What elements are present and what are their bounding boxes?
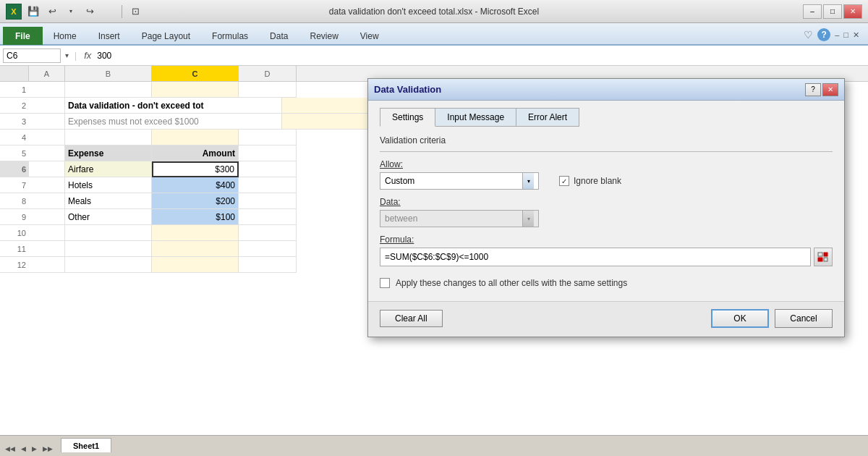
redo-dropdown-icon[interactable] <box>101 4 116 19</box>
dialog-close-button[interactable]: ✕ <box>822 83 838 96</box>
sheet-tab-sheet1[interactable]: Sheet1 <box>61 438 111 452</box>
cell-b5[interactable]: Expense <box>65 145 152 161</box>
cell-d7[interactable] <box>239 177 297 193</box>
nav-first-sheet[interactable]: ◀◀ <box>3 445 17 452</box>
cell-reference-box[interactable]: C6 <box>3 48 61 63</box>
cell-a7[interactable] <box>29 177 65 193</box>
dialog-help-button[interactable]: ? <box>805 83 821 96</box>
cell-a3[interactable] <box>29 114 65 130</box>
save-icon[interactable]: 💾 <box>26 4 41 19</box>
formula-field[interactable]: =SUM($C$6:$C$9)<=1000 <box>380 248 811 266</box>
redo-icon[interactable]: ↪ <box>82 4 97 19</box>
cell-c7[interactable]: $400 <box>152 177 239 193</box>
formula-input[interactable] <box>97 51 865 61</box>
undo-dropdown-icon[interactable]: ▾ <box>64 4 78 19</box>
undo-icon[interactable]: ↩ <box>45 4 59 19</box>
help-icon[interactable]: ? <box>817 28 830 41</box>
cell-c9[interactable]: $100 <box>152 209 239 225</box>
tab-formulas[interactable]: Formulas <box>201 27 259 45</box>
cell-b12[interactable] <box>65 257 152 273</box>
cell-d6[interactable] <box>239 161 297 177</box>
col-header-c[interactable]: C <box>152 66 239 81</box>
col-header-d[interactable]: D <box>239 66 297 81</box>
cell-c5[interactable]: Amount <box>152 145 239 161</box>
restore-button[interactable]: □ <box>823 4 842 19</box>
tab-data[interactable]: Data <box>259 27 299 45</box>
col-header-b[interactable]: B <box>65 66 152 81</box>
cell-c11[interactable] <box>152 241 239 257</box>
close-ribbon-icon[interactable]: ✕ <box>853 30 859 40</box>
cell-c3[interactable] <box>282 114 369 130</box>
nav-next-sheet[interactable]: ▶ <box>30 445 39 452</box>
close-button[interactable]: ✕ <box>843 4 862 19</box>
cell-a10[interactable] <box>29 225 65 241</box>
cell-a9[interactable] <box>29 209 65 225</box>
cell-a6[interactable] <box>29 161 65 177</box>
restore-ribbon-icon[interactable]: □ <box>843 30 848 39</box>
cell-c12[interactable] <box>152 257 239 273</box>
tab-insert[interactable]: Insert <box>88 27 131 45</box>
tab-home[interactable]: Home <box>43 27 88 45</box>
cell-d1[interactable] <box>239 82 297 98</box>
tab-settings[interactable]: Settings <box>380 108 435 127</box>
cell-d11[interactable] <box>239 241 297 257</box>
cell-a2[interactable] <box>29 98 65 114</box>
clear-all-button[interactable]: Clear All <box>380 310 443 327</box>
cell-a12[interactable] <box>29 257 65 273</box>
nav-last-sheet[interactable]: ▶▶ <box>41 445 55 452</box>
svg-rect-0 <box>818 253 822 256</box>
cell-b8[interactable]: Meals <box>65 193 152 209</box>
cell-d4[interactable] <box>239 130 297 145</box>
formula-expand-icon[interactable]: ▾ <box>64 51 70 59</box>
allow-select[interactable]: Custom ▾ <box>380 172 539 190</box>
nav-prev-sheet[interactable]: ◀ <box>19 445 28 452</box>
cell-a1[interactable] <box>29 82 65 98</box>
window-controls: – □ ✕ <box>803 4 862 19</box>
ok-button[interactable]: OK <box>711 309 769 328</box>
cell-b3[interactable]: Expenses must not exceed $1000 <box>65 114 282 130</box>
cell-b4[interactable] <box>65 130 152 145</box>
data-select[interactable]: between ▾ <box>380 210 539 227</box>
cell-b7[interactable]: Hotels <box>65 177 152 193</box>
cell-b1[interactable] <box>65 82 152 98</box>
cell-a8[interactable] <box>29 193 65 209</box>
cell-a11[interactable] <box>29 241 65 257</box>
row-num-3: 3 <box>0 114 29 130</box>
cancel-button[interactable]: Cancel <box>775 309 833 328</box>
data-label: Data: <box>380 197 430 207</box>
cell-d5[interactable] <box>239 145 297 161</box>
cell-c10[interactable] <box>152 225 239 241</box>
ignore-blank-label: Ignore blank <box>574 176 621 186</box>
tab-view[interactable]: View <box>349 27 390 45</box>
apply-checkbox[interactable] <box>380 278 390 288</box>
cell-b2[interactable]: Data validation - don't exceed tot <box>65 98 282 114</box>
cell-b6[interactable]: Airfare <box>65 161 152 177</box>
formula-ref-button[interactable] <box>814 248 833 266</box>
cell-d8[interactable] <box>239 193 297 209</box>
cell-b11[interactable] <box>65 241 152 257</box>
tab-input-message[interactable]: Input Message <box>435 108 516 127</box>
cell-d10[interactable] <box>239 225 297 241</box>
tab-file[interactable]: File <box>3 27 43 45</box>
customize-icon[interactable]: ⊡ <box>128 4 142 19</box>
minimize-ribbon-icon[interactable]: – <box>835 30 839 39</box>
cell-c8[interactable]: $200 <box>152 193 239 209</box>
cell-a4[interactable] <box>29 130 65 145</box>
cell-c4[interactable] <box>152 130 239 145</box>
cell-b10[interactable] <box>65 225 152 241</box>
tab-page-layout[interactable]: Page Layout <box>131 27 201 45</box>
ignore-blank-row: Ignore blank <box>559 176 621 186</box>
cell-d9[interactable] <box>239 209 297 225</box>
cell-c1[interactable] <box>152 82 239 98</box>
cell-c6[interactable]: $300 <box>152 161 239 177</box>
cell-a5[interactable] <box>29 145 65 161</box>
cell-d12[interactable] <box>239 257 297 273</box>
tab-error-alert[interactable]: Error Alert <box>516 108 579 127</box>
cell-b9[interactable]: Other <box>65 209 152 225</box>
tab-review[interactable]: Review <box>299 27 349 45</box>
minimize-button[interactable]: – <box>803 4 822 19</box>
cell-c2[interactable] <box>282 98 369 114</box>
col-header-a[interactable]: A <box>29 66 65 81</box>
ignore-blank-checkbox[interactable] <box>559 176 569 186</box>
dialog-tabs: Settings Input Message Error Alert <box>380 108 833 127</box>
